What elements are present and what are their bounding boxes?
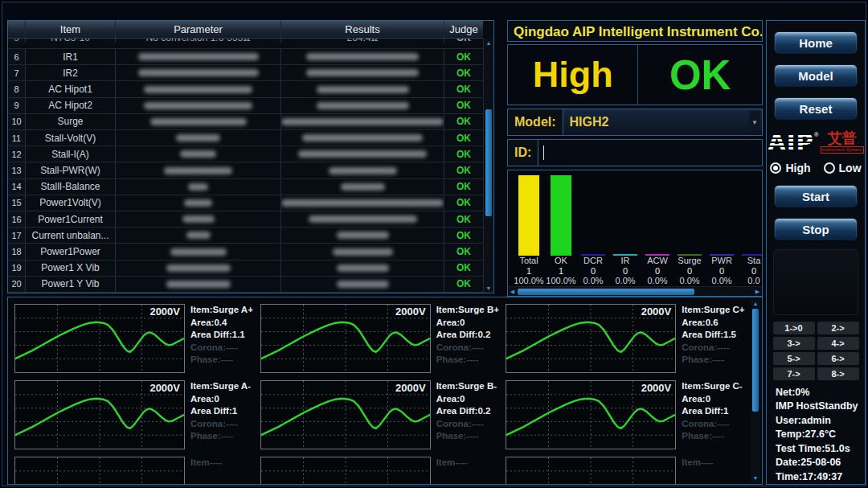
waveform-chart-group: 2000VItem:Surge A-Area:0Area Diff:1Coron… bbox=[11, 379, 257, 455]
table-scrollbar[interactable]: ▲ ▼ bbox=[483, 39, 493, 293]
channel-button-5[interactable]: 5-> bbox=[773, 352, 815, 365]
id-row: ID: bbox=[507, 139, 763, 166]
stop-button[interactable]: Stop bbox=[774, 218, 858, 240]
cell-results-redacted bbox=[281, 130, 444, 146]
start-button[interactable]: Start bbox=[774, 185, 858, 207]
waveform-chart[interactable]: 2000V bbox=[14, 304, 185, 373]
waveform-label: Area:0.6 bbox=[682, 317, 748, 330]
channel-button-1[interactable]: 1->0 bbox=[773, 322, 815, 334]
cell-parameter-redacted bbox=[116, 277, 281, 292]
channel-button-3[interactable]: 3-> bbox=[773, 337, 815, 350]
table-row[interactable]: 16Power1CurrentOK bbox=[8, 211, 483, 228]
stats-scrollbar[interactable]: ◀ ▶ bbox=[508, 286, 762, 296]
stat-percent: 0.0 bbox=[747, 276, 760, 285]
range-radio-group: HighLow bbox=[770, 162, 861, 174]
stat-column: DCR00.0% bbox=[577, 175, 609, 285]
table-row[interactable]: 10SurgeOK bbox=[8, 114, 483, 130]
channel-button-4[interactable]: 4-> bbox=[817, 337, 859, 350]
cell-item: Power1Volt(V) bbox=[26, 195, 116, 211]
waveform-chart[interactable] bbox=[260, 457, 431, 484]
home-button[interactable]: Home bbox=[774, 31, 858, 54]
cell-judge: OK bbox=[444, 98, 483, 113]
table-row[interactable]: 17Current unbalan...OK bbox=[8, 228, 483, 244]
waveform-chart[interactable]: 2000V bbox=[506, 304, 676, 373]
cell-row-number: 15 bbox=[8, 195, 26, 211]
table-scrollbar-thumb[interactable] bbox=[485, 109, 492, 216]
table-row[interactable]: 18Power1PowerOK bbox=[8, 244, 483, 260]
channel-button-2[interactable]: 2-> bbox=[817, 322, 859, 334]
waveform-labels: Item:Surge B+Area:0Area Diff:0.2Corona:-… bbox=[431, 304, 503, 377]
radio-icon[interactable] bbox=[770, 162, 781, 174]
scroll-left-icon[interactable]: ◀ bbox=[508, 287, 517, 296]
scroll-right-icon[interactable]: ▶ bbox=[753, 287, 762, 296]
redacted-value bbox=[184, 199, 212, 207]
channel-button-6[interactable]: 6-> bbox=[817, 352, 859, 365]
radio-low[interactable]: Low bbox=[824, 162, 862, 174]
channel-button-8[interactable]: 8-> bbox=[817, 367, 859, 380]
table-row[interactable]: 14StallI-BalanceOK bbox=[8, 179, 483, 195]
radio-high[interactable]: High bbox=[770, 162, 810, 174]
waveform-grid: 2000VItem:Surge A+Area:0.4Area Diff:1.1C… bbox=[11, 302, 748, 484]
stat-count: 0 bbox=[687, 266, 692, 276]
cell-judge: OK bbox=[444, 130, 483, 146]
cell-results-redacted bbox=[281, 244, 444, 259]
id-input[interactable] bbox=[538, 140, 762, 166]
cell-row-number: 20 bbox=[8, 277, 26, 292]
waveform-chart[interactable] bbox=[506, 457, 676, 484]
scroll-up-icon[interactable]: ▲ bbox=[751, 299, 760, 308]
cell-results-redacted bbox=[281, 195, 444, 211]
radio-icon[interactable] bbox=[824, 162, 835, 174]
table-row[interactable]: 7IR2OK bbox=[8, 65, 483, 81]
stat-label: Total bbox=[519, 256, 538, 266]
stat-column: Total1100.0% bbox=[513, 175, 545, 285]
waveform-chart[interactable]: 2000V bbox=[506, 380, 676, 449]
model-button[interactable]: Model bbox=[774, 64, 858, 87]
cell-judge: OK bbox=[444, 49, 483, 64]
table-row[interactable]: 15Power1Volt(V)OK bbox=[8, 195, 483, 211]
redacted-value bbox=[166, 265, 231, 272]
waveform-label: Area Diff:0.2 bbox=[436, 405, 503, 418]
redacted-value bbox=[180, 150, 216, 158]
scroll-down-icon[interactable]: ▼ bbox=[751, 474, 760, 482]
cell-parameter-redacted bbox=[116, 162, 281, 178]
table-row[interactable]: 5NTC5-10No conversion 1.6-555Ω264.4ΩOK bbox=[8, 39, 483, 49]
cell-item: StallI-Balance bbox=[26, 179, 116, 195]
status-line: Net:0% bbox=[776, 386, 865, 400]
stats-scrollbar-thumb[interactable] bbox=[518, 289, 694, 295]
cell-row-number: 10 bbox=[8, 114, 26, 129]
channel-button-7[interactable]: 7-> bbox=[773, 367, 815, 380]
table-row[interactable]: 12Stall-I(A)OK bbox=[8, 146, 483, 162]
cell-item: Power1Power bbox=[26, 244, 116, 259]
waveform-chart[interactable] bbox=[14, 457, 185, 484]
scroll-down-icon[interactable]: ▼ bbox=[484, 284, 493, 293]
redacted-value bbox=[138, 69, 259, 76]
waveform-label: Area:0 bbox=[436, 393, 503, 406]
table-row[interactable]: 8AC Hipot1OK bbox=[8, 81, 483, 97]
waveform-label-dim: Phase:---- bbox=[436, 430, 503, 443]
reset-button[interactable]: Reset bbox=[774, 97, 858, 120]
waveform-scrollbar-thumb[interactable] bbox=[752, 309, 759, 412]
waveform-labels: Item:Surge A+Area:0.4Area Diff:1.1Corona… bbox=[185, 304, 257, 377]
table-row[interactable]: 11Stall-Volt(V)OK bbox=[8, 130, 483, 146]
cell-item: Power1 Y Vib bbox=[26, 277, 116, 292]
model-select[interactable]: HIGH2 ▼ bbox=[563, 109, 762, 135]
waveform-label: Area Diff:0.2 bbox=[436, 329, 503, 342]
table-row[interactable]: 6IR1OK bbox=[8, 49, 483, 65]
chevron-down-icon[interactable]: ▼ bbox=[749, 111, 760, 133]
waveform-label: Area Diff:1 bbox=[682, 405, 748, 418]
table-row[interactable]: 13Stall-PWR(W)OK bbox=[8, 162, 483, 178]
waveform-label-dim: Phase:---- bbox=[190, 430, 257, 443]
waveform-labels: Item---- bbox=[676, 457, 748, 484]
waveform-chart[interactable]: 2000V bbox=[14, 380, 185, 449]
scroll-up-icon[interactable]: ▲ bbox=[484, 39, 493, 47]
waveform-chart[interactable]: 2000V bbox=[260, 304, 431, 373]
table-row[interactable]: 19Power1 X VibOK bbox=[8, 260, 483, 277]
cell-row-number: 19 bbox=[8, 260, 26, 276]
table-row[interactable]: 20Power1 Y VibOK bbox=[8, 277, 483, 293]
waveform-chart[interactable]: 2000V bbox=[260, 380, 431, 449]
waveform-label: Item:Surge A+ bbox=[190, 304, 257, 317]
cell-results-redacted bbox=[281, 277, 444, 292]
waveform-scrollbar[interactable]: ▲ ▼ bbox=[751, 299, 760, 482]
cell-parameter: No conversion 1.6-555Ω bbox=[116, 39, 281, 43]
table-row[interactable]: 9AC Hipot2OK bbox=[8, 98, 483, 114]
